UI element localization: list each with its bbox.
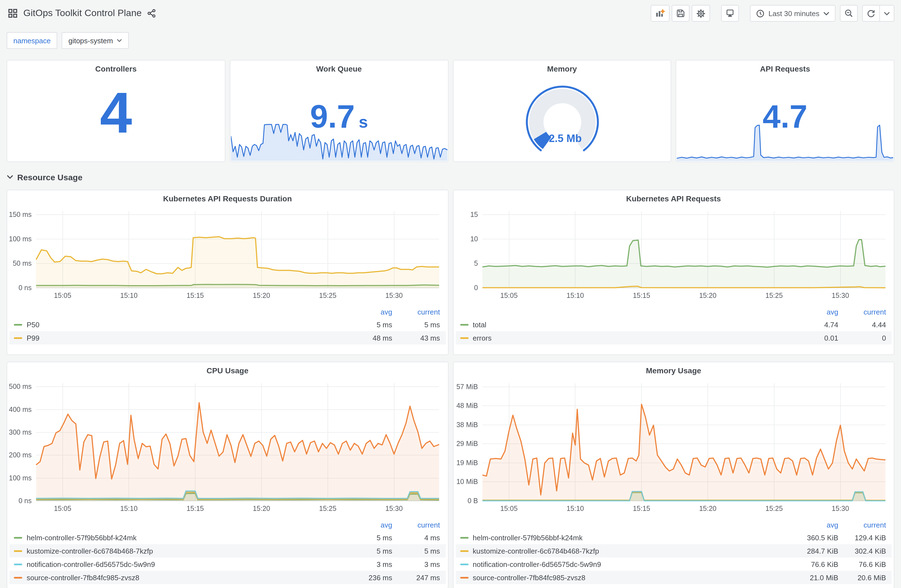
svg-text:15:15: 15:15	[187, 504, 204, 512]
svg-text:0 ns: 0 ns	[19, 497, 32, 504]
series-label[interactable]: source-controller-7fb84fc985-zvsz8	[26, 573, 139, 582]
panel-title[interactable]: Memory	[453, 61, 671, 77]
series-color-swatch	[460, 577, 468, 578]
panel-title[interactable]: Memory Usage	[453, 362, 894, 379]
time-range-label: Last 30 minutes	[768, 9, 819, 17]
svg-text:15:20: 15:20	[253, 504, 270, 512]
save-dashboard-button[interactable]	[672, 5, 689, 22]
svg-text:0 ns: 0 ns	[19, 284, 32, 291]
page-title: GitOps Toolkit Control Plane	[23, 8, 142, 19]
section-title: Resource Usage	[17, 172, 83, 182]
dashboard: GitOps Toolkit Control Plane	[0, 0, 901, 588]
series-color-swatch	[14, 563, 22, 565]
add-panel-button[interactable]	[651, 5, 670, 22]
series-value: 4.44	[838, 320, 886, 329]
panel-title[interactable]: Kubernetes API Requests	[453, 190, 894, 207]
panel-title[interactable]: CPU Usage	[7, 362, 448, 379]
series-value: 302.4 KiB	[838, 547, 886, 555]
k8s-api-requests-svg: 15:0515:1015:1515:2015:2515:30051015	[453, 207, 894, 302]
legend-column-current[interactable]: current	[838, 521, 886, 529]
svg-text:400 ms: 400 ms	[9, 406, 32, 413]
series-label[interactable]: helm-controller-57f9b56bbf-k24mk	[26, 534, 137, 542]
legend-column-current[interactable]: current	[838, 308, 886, 316]
series-value: 3 ms	[353, 560, 392, 568]
refresh-button[interactable]	[862, 5, 880, 22]
legend-column-avg[interactable]: avg	[353, 521, 392, 529]
svg-text:19 MiB: 19 MiB	[456, 459, 478, 467]
series-label[interactable]: P99	[26, 334, 39, 342]
series-label[interactable]: kustomize-controller-6c6784b468-7kzfp	[473, 547, 599, 555]
series-label[interactable]: source-controller-7fb84fc985-zvsz8	[473, 573, 585, 582]
legend-row: errors0.010	[455, 331, 892, 344]
dashboard-settings-button[interactable]	[692, 5, 710, 22]
svg-text:15:10: 15:10	[566, 504, 584, 512]
series-label[interactable]: kustomize-controller-6c6784b468-7kzfp	[26, 547, 153, 555]
svg-text:150 ms: 150 ms	[9, 210, 32, 218]
panel-title[interactable]: API Requests	[677, 61, 894, 77]
memory-usage-plot[interactable]: 15:0515:1015:1515:2015:2515:300 B10 MiB1…	[453, 379, 894, 515]
svg-text:15:30: 15:30	[831, 504, 849, 512]
apps-icon[interactable]	[8, 8, 18, 18]
cycle-view-mode-button[interactable]	[721, 5, 739, 22]
series-value: 43 ms	[392, 334, 440, 342]
legend-row: notification-controller-6d56575dc-5w9n97…	[455, 557, 892, 571]
k8s-api-duration-plot[interactable]: 15:0515:1015:1515:2015:2515:300 ns50 ms1…	[7, 207, 448, 302]
panel-title[interactable]: Work Queue	[231, 61, 448, 77]
panel-title[interactable]: Controllers	[7, 61, 225, 77]
series-value: 76.6 KiB	[800, 560, 838, 568]
cpu-usage-svg: 15:0515:1015:1515:2015:2515:300 ns100 ms…	[7, 379, 448, 515]
legend-column-avg[interactable]: avg	[353, 308, 392, 316]
legend-column-current[interactable]: current	[392, 521, 440, 529]
legend-column-current[interactable]: current	[392, 308, 440, 316]
api-requests-value: 4.7	[677, 100, 894, 132]
svg-text:15:15: 15:15	[633, 504, 650, 512]
k8s-api-duration-legend: avgcurrentP505 ms5 msP9948 ms43 ms	[7, 306, 448, 344]
series-value: 4 ms	[392, 534, 440, 542]
work-queue-value: 9.7s	[231, 100, 448, 132]
panel-k8s-api-requests-duration: Kubernetes API Requests Duration 15:0515…	[7, 190, 448, 355]
series-label[interactable]: total	[473, 320, 486, 329]
legend-column-avg[interactable]: avg	[800, 521, 838, 529]
legend-row: kustomize-controller-6c6784b468-7kzfp5 m…	[9, 544, 446, 557]
svg-text:300 ms: 300 ms	[9, 428, 32, 436]
series-label[interactable]: errors	[473, 334, 492, 342]
series-value: 247 ms	[392, 573, 440, 582]
section-resource-usage[interactable]: Resource Usage	[7, 170, 894, 184]
series-value: 360.5 KiB	[800, 534, 838, 542]
panel-title[interactable]: Kubernetes API Requests Duration	[7, 190, 448, 207]
variable-value-dropdown[interactable]: gitops-system	[62, 32, 129, 49]
svg-text:15:25: 15:25	[765, 504, 783, 512]
svg-text:0 B: 0 B	[467, 497, 478, 504]
chevron-down-icon	[117, 39, 122, 42]
legend-column-avg[interactable]: avg	[800, 308, 838, 316]
series-value: 48 ms	[353, 334, 392, 342]
memory-gauge-value: 42.5 Mb	[542, 132, 581, 144]
refresh-interval-dropdown[interactable]	[880, 5, 894, 22]
charts-row-1: Kubernetes API Requests Duration 15:0515…	[7, 190, 894, 355]
svg-text:15:05: 15:05	[54, 504, 71, 512]
stat-row: Controllers 4 Work Queue 9.7s Memory 42.…	[7, 60, 894, 162]
zoom-out-button[interactable]	[840, 5, 858, 22]
panel-cpu-usage: CPU Usage 15:0515:1015:1515:2015:2515:30…	[7, 362, 448, 588]
cpu-usage-plot[interactable]: 15:0515:1015:1515:2015:2515:300 ns100 ms…	[7, 379, 448, 515]
series-color-swatch	[460, 337, 468, 339]
series-value: 5 ms	[353, 534, 392, 542]
series-label[interactable]: notification-controller-6d56575dc-5w9n9	[473, 560, 601, 568]
series-color-swatch	[14, 324, 22, 325]
svg-text:15:20: 15:20	[699, 291, 716, 299]
svg-text:500 ms: 500 ms	[9, 383, 32, 390]
k8s-api-requests-plot[interactable]: 15:0515:1015:1515:2015:2515:30051015	[453, 207, 894, 302]
series-label[interactable]: notification-controller-6d56575dc-5w9n9	[26, 560, 155, 568]
series-color-swatch	[460, 537, 468, 538]
svg-text:50 ms: 50 ms	[13, 259, 32, 267]
series-label[interactable]: P50	[26, 320, 39, 329]
series-color-swatch	[14, 550, 22, 552]
series-label[interactable]: helm-controller-57f9b56bbf-k24mk	[473, 534, 583, 542]
legend-header: avgcurrent	[9, 306, 446, 318]
share-icon[interactable]	[147, 9, 156, 18]
variable-label-namespace: namespace	[7, 32, 57, 49]
legend-header: avgcurrent	[455, 519, 892, 531]
series-color-swatch	[14, 577, 22, 578]
time-range-picker[interactable]: Last 30 minutes	[750, 5, 836, 22]
k8s-api-requests-legend: avgcurrenttotal4.744.44errors0.010	[453, 306, 894, 344]
